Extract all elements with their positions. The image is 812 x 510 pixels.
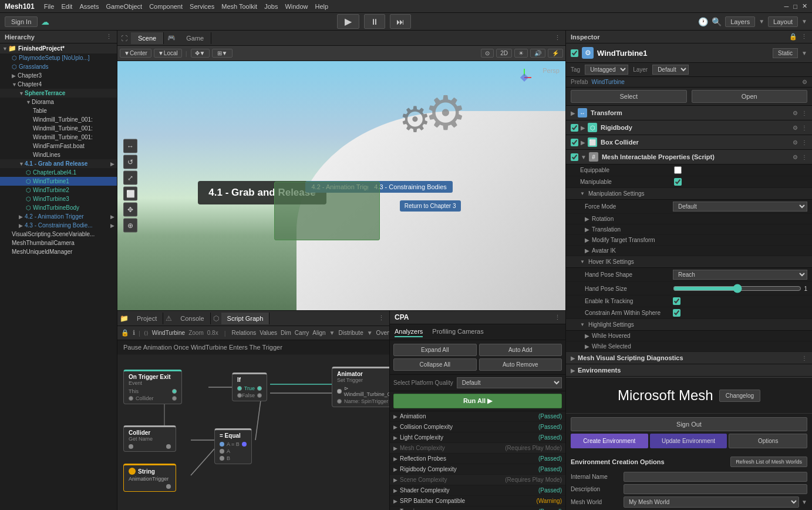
dim-btn[interactable]: Dim xyxy=(281,330,291,336)
result-reflection[interactable]: ▶ Reflection Probes (Passed) xyxy=(390,454,565,464)
result-scene[interactable]: ▶ Scene Complexity (Requires Play Mode) xyxy=(390,475,565,485)
rotate-tool[interactable]: ↺ xyxy=(123,155,137,169)
inspector-menu-icon[interactable]: ⋮ xyxy=(801,33,807,41)
transform-tools[interactable]: ✥▼ xyxy=(191,49,210,58)
tree-item-animation[interactable]: ▶ 4.2 - Animation Trigger ▶ xyxy=(0,212,117,221)
layers-button[interactable]: Layers xyxy=(725,16,755,27)
center-dropdown[interactable]: ▼Center xyxy=(120,49,151,58)
cpa-menu-icon[interactable]: ⋮ xyxy=(554,314,561,321)
tree-item-visual[interactable]: VisualScripting.SceneVariable... xyxy=(0,230,117,239)
layout-button[interactable]: Layout xyxy=(768,16,798,27)
tag-select[interactable]: Untagged xyxy=(585,65,628,75)
tree-item-windturbine3[interactable]: ⬡ WindTurbine3 xyxy=(0,194,117,203)
component-box-collider[interactable]: ▶ ⬜ Box Collider ⚙ ⋮ xyxy=(566,135,812,150)
menu-edit[interactable]: Edit xyxy=(61,3,72,10)
script-graph-canvas[interactable]: On Trigger Exit Event This Collider xyxy=(117,355,389,510)
tree-item-windfarm[interactable]: WindFarmFast.boat xyxy=(0,142,117,150)
tree-item-grasslands[interactable]: ⬡ Grasslands xyxy=(0,62,117,71)
tab-script-graph[interactable]: Script Graph xyxy=(221,313,270,324)
node-collider-getname[interactable]: Collider Get Name xyxy=(123,425,176,452)
section-manipulation-settings[interactable]: ▼ Manipulation Settings xyxy=(566,188,812,200)
step-button[interactable]: ⏭ xyxy=(390,14,411,29)
play-button[interactable]: ▶ xyxy=(337,14,359,29)
node-string[interactable]: String AnimationTrigger xyxy=(123,464,176,492)
menu-mesh-toolkit[interactable]: Mesh Toolkit xyxy=(221,3,257,10)
move-tool[interactable]: ↔ xyxy=(123,139,137,153)
component-mesh-interactable[interactable]: ▼ # Mesh Interactable Properties (Script… xyxy=(566,150,812,165)
internal-name-input[interactable] xyxy=(624,472,807,482)
result-rigidbody[interactable]: ▶ Rigidbody Complexity (Passed) xyxy=(390,464,565,475)
result-collision[interactable]: ▶ Collision Complexity (Passed) xyxy=(390,422,565,432)
tab-project[interactable]: Project xyxy=(131,313,163,324)
select-button[interactable]: Select xyxy=(571,90,687,103)
tree-item-chapter4[interactable]: ▼ Chapter4 xyxy=(0,80,117,89)
tree-item-chapter3[interactable]: ▶ Chapter3 xyxy=(0,71,117,80)
enable-ik-checkbox[interactable] xyxy=(673,297,680,305)
custom-tool[interactable]: ⊕ xyxy=(123,219,137,233)
object-enabled-checkbox[interactable] xyxy=(571,49,578,57)
tree-item-grab-release[interactable]: ▼ 4.1 - Grab and Release ▶ xyxy=(0,159,117,168)
collapse-all-button[interactable]: Collapse All xyxy=(393,358,477,371)
carry-btn[interactable]: Carry xyxy=(295,330,309,336)
menu-help[interactable]: Help xyxy=(315,3,329,10)
sign-in-button[interactable]: Sign In xyxy=(5,16,38,27)
run-all-button[interactable]: Run All ▶ xyxy=(393,394,562,408)
menu-window[interactable]: Window xyxy=(285,3,308,10)
gizmos-btn[interactable]: ⊙ xyxy=(481,49,494,58)
static-arrow[interactable]: ▼ xyxy=(801,50,807,56)
tab-profiling[interactable]: Profiling Cameras xyxy=(432,327,483,337)
auto-remove-button[interactable]: Auto Remove xyxy=(479,358,562,371)
result-terrain[interactable]: ▶ Terrain (Passed) xyxy=(390,506,565,510)
tree-item-windmill1[interactable]: Windmill_Turbine_001: xyxy=(0,115,117,124)
menu-gameobject[interactable]: GameObject xyxy=(106,3,142,10)
tab-scene[interactable]: Scene xyxy=(131,32,164,44)
window-minimize[interactable]: ─ xyxy=(784,3,789,10)
menu-file[interactable]: File xyxy=(44,3,55,10)
tree-item-camera[interactable]: MeshThumbnailCamera xyxy=(0,239,117,247)
mesh-world-select[interactable]: My Mesh World xyxy=(624,496,799,508)
options-tab[interactable]: Options xyxy=(729,434,807,448)
refresh-list-button[interactable]: Refresh List of Mesh Worlds xyxy=(730,457,807,467)
hand-pose-size-slider[interactable] xyxy=(673,284,801,293)
update-env-tab[interactable]: Update Environment xyxy=(650,434,727,448)
tree-item-windmill3[interactable]: Windmill_Turbine_001: xyxy=(0,133,117,142)
tab-game[interactable]: Game xyxy=(179,32,211,44)
menu-services[interactable]: Services xyxy=(190,3,214,10)
tab-console[interactable]: Console xyxy=(174,313,210,324)
menu-component[interactable]: Component xyxy=(149,3,183,10)
relations-btn[interactable]: Relations xyxy=(232,330,257,336)
description-input[interactable] xyxy=(624,484,807,494)
rect-tool[interactable]: ⬜ xyxy=(123,187,137,201)
lock-inspector-icon[interactable]: 🔒 xyxy=(789,33,797,41)
result-light[interactable]: ▶ Light Complexity (Passed) xyxy=(390,432,565,443)
bottom-menu-icon[interactable]: ⋮ xyxy=(373,314,389,322)
environments-row[interactable]: ▶ Environments xyxy=(566,364,812,377)
align-btn[interactable]: Align xyxy=(312,330,325,336)
create-env-tab[interactable]: Create Environment xyxy=(571,434,648,448)
prefab-link[interactable]: WindTurbine xyxy=(591,79,624,85)
tree-item-windturbinebody[interactable]: ⬡ WindTurbineBody xyxy=(0,203,117,212)
collider-enabled[interactable] xyxy=(571,139,578,146)
hand-pose-shape-select[interactable]: Reach xyxy=(673,270,807,280)
hierarchy-menu-icon[interactable]: ⋮ xyxy=(106,33,112,41)
component-rigidbody[interactable]: ▶ ⬡ Rigidbody ⚙ ⋮ xyxy=(566,120,812,135)
result-mesh[interactable]: ▶ Mesh Complexity (Requires Play Mode) xyxy=(390,443,565,454)
distribute-btn[interactable]: Distribute xyxy=(338,330,363,336)
result-srp[interactable]: ▶ SRP Batcher Compatible (Warning) xyxy=(390,496,565,506)
node-set-trigger[interactable]: Animator Set Trigger ⊳ Windmill_Turbine_… xyxy=(332,367,389,407)
mesh-visual-scripting-row[interactable]: ▶ Mesh Visual Scripting Diagnostics ⋮ xyxy=(566,352,812,364)
component-transform[interactable]: ▶ ↔ Transform ⚙ ⋮ xyxy=(566,106,812,120)
window-close[interactable]: ✕ xyxy=(802,2,807,10)
mesh-interactable-enabled[interactable] xyxy=(571,153,578,161)
scale-tool[interactable]: ⤢ xyxy=(123,171,137,185)
values-btn[interactable]: Values xyxy=(260,330,277,336)
history-icon[interactable]: 🕐 xyxy=(698,17,708,26)
scene-menu-icon[interactable]: ⋮ xyxy=(550,34,565,42)
sign-out-button[interactable]: Sign Out xyxy=(571,417,807,431)
tree-item-finished[interactable]: ▼ 📁 FinishedProject* xyxy=(0,43,117,53)
audio-btn[interactable]: 🔊 xyxy=(530,49,545,58)
tree-item-diorama[interactable]: ▼ Diorama xyxy=(0,98,117,106)
effects-btn[interactable]: ⚡ xyxy=(548,49,563,58)
tree-item-windlines[interactable]: WindLines xyxy=(0,150,117,159)
tree-item-windmill2[interactable]: Windmill_Turbine_001: xyxy=(0,124,117,133)
